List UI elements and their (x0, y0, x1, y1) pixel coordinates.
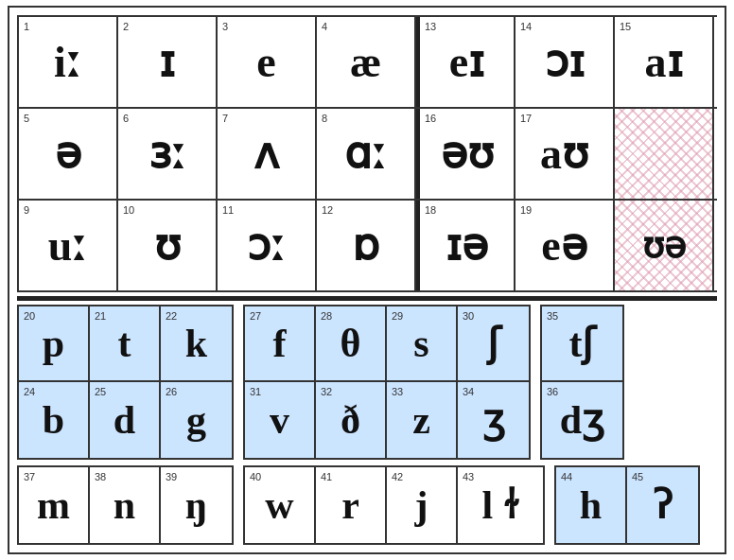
approximant-group: 40 w 41 r 42 j 43 l ɫ (243, 465, 545, 545)
consonant-bottom-section: 37 m 38 n 39 ŋ 40 w 41 r 42 (17, 465, 717, 545)
vowel-cell-7: 7 ʌ (218, 109, 317, 199)
cell-sh: 30 ʃ (458, 306, 529, 382)
cell-l: 43 l ɫ (458, 467, 543, 543)
vowel-cell-17: 17 aʊ (516, 109, 615, 199)
stop-group: 20 p 21 t 22 k 24 b 25 d (17, 305, 234, 460)
cell-r: 41 r (316, 467, 387, 543)
vowel-cell-13: 13 eɪ (416, 17, 516, 107)
affricate-group: 35 tʃ 36 dʒ (540, 305, 624, 460)
fricative-group: 27 f 28 θ 29 s 30 ʃ 31 v (243, 305, 531, 460)
cell-zh: 34 ʒ (458, 382, 529, 458)
vowel-cell-5: 5 ə (19, 109, 118, 199)
vowel-cell-8: 8 ɑː (317, 109, 416, 199)
cell-z: 33 z (387, 382, 458, 458)
vowel-cell-11: 11 ɔː (218, 201, 317, 290)
cell-tsh: 35 tʃ (542, 306, 622, 382)
vowel-cell-19: 19 eə (516, 201, 615, 290)
cell-k: 22 k (161, 306, 232, 382)
cell-b: 24 b (19, 382, 90, 458)
section-divider (17, 296, 717, 301)
vowel-cell-14: 14 ɔɪ (516, 17, 615, 107)
affric-row-1: 35 tʃ (542, 306, 622, 382)
vowel-row-3: 9 uː 10 ʊ 11 ɔː 12 ɒ 18 ɪə 19 eə (17, 199, 717, 292)
vowel-cell-12: 12 ɒ (317, 201, 416, 290)
stop-row-2: 24 b 25 d 26 g (19, 382, 232, 458)
vowel-cell-2: 2 ɪ (118, 17, 218, 107)
cell-h: 44 h (556, 467, 627, 543)
cell-s: 29 s (387, 306, 458, 382)
cell-g: 26 g (161, 382, 232, 458)
vowel-cell-3: 3 e (218, 17, 317, 107)
fric-row-1: 27 f 28 θ 29 s 30 ʃ (245, 306, 529, 382)
vowel-cell-ue: ʊə (615, 201, 714, 290)
cell-theta: 28 θ (316, 306, 387, 382)
cell-f: 27 f (245, 306, 316, 382)
cell-v: 31 v (245, 382, 316, 458)
cell-ng: 39 ŋ (161, 467, 232, 543)
vowel-cell-18: 18 ɪə (416, 201, 516, 290)
vowel-cell-10: 10 ʊ (118, 201, 218, 290)
cell-glottal: 45 ʔ (627, 467, 698, 543)
fric-row-2: 31 v 32 ð 33 z 34 ʒ (245, 382, 529, 458)
cell-w: 40 w (245, 467, 316, 543)
vowel-cell-16: 16 əʊ (416, 109, 516, 199)
vowel-cell-18-chevron (615, 109, 714, 199)
vowel-cell-6: 6 ɜː (118, 109, 218, 199)
cell-n: 38 n (90, 467, 161, 543)
consonant-top-section: 20 p 21 t 22 k 24 b 25 d (17, 305, 717, 460)
cell-t: 21 t (90, 306, 161, 382)
nasal-group: 37 m 38 n 39 ŋ (17, 465, 234, 545)
stop-row-1: 20 p 21 t 22 k (19, 306, 232, 382)
cell-eth: 32 ð (316, 382, 387, 458)
vowel-row-2: 5 ə 6 ɜː 7 ʌ 8 ɑː 16 əʊ 17 aʊ (17, 107, 717, 199)
cell-m: 37 m (19, 467, 90, 543)
vowel-row-1: 1 iː 2 ɪ 3 e 4 æ 13 eɪ 14 ɔɪ (17, 15, 717, 107)
vowel-cell-9: 9 uː (19, 201, 118, 290)
cell-d: 25 d (90, 382, 161, 458)
glottal-group: 44 h 45 ʔ (554, 465, 700, 545)
cell-p: 20 p (19, 306, 90, 382)
cell-dzh: 36 dʒ (542, 382, 622, 458)
affric-row-2: 36 dʒ (542, 382, 622, 458)
ipa-chart: 1 iː 2 ɪ 3 e 4 æ 13 eɪ 14 ɔɪ (8, 6, 726, 554)
cell-j: 42 j (387, 467, 458, 543)
vowel-cell-1: 1 iː (19, 17, 118, 107)
vowel-cell-4: 4 æ (317, 17, 416, 107)
vowel-section: 1 iː 2 ɪ 3 e 4 æ 13 eɪ 14 ɔɪ (17, 15, 717, 292)
vowel-cell-15: 15 aɪ (615, 17, 714, 107)
